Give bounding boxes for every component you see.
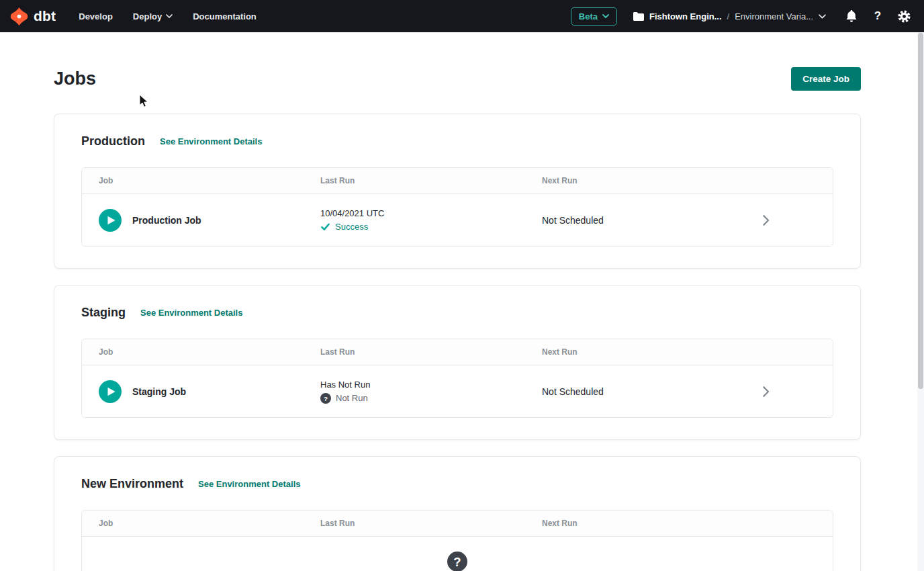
- question-icon: ?: [447, 552, 467, 571]
- nav-item-develop[interactable]: Develop: [79, 11, 113, 21]
- column-header-job: Job: [99, 519, 320, 528]
- card-header: Production See Environment Details: [81, 134, 833, 148]
- question-icon: ?: [320, 393, 331, 404]
- row-chevron[interactable]: [698, 386, 833, 398]
- card-header: New Environment See Environment Details: [81, 477, 833, 491]
- row-chevron[interactable]: [698, 214, 833, 226]
- top-nav: dbt Develop Deploy Documentation Beta Fi…: [0, 0, 924, 32]
- empty-state: ?: [82, 537, 833, 571]
- environment-card-production: Production See Environment Details Job L…: [54, 114, 861, 269]
- column-header-job: Job: [99, 347, 320, 357]
- chevron-down-icon: [602, 14, 609, 18]
- help-icon[interactable]: ?: [870, 8, 886, 24]
- column-header-last-run: Last Run: [320, 519, 542, 528]
- jobs-table-header: Job Last Run Next Run: [82, 168, 833, 194]
- dbt-logo-icon: [9, 7, 29, 26]
- job-row-staging-job[interactable]: Staging Job Has Not Run ? Not Run: [82, 365, 833, 417]
- jobs-table: Job Last Run Next Run ?: [81, 510, 833, 571]
- see-environment-details-link[interactable]: See Environment Details: [160, 136, 262, 146]
- help-glyph: ?: [874, 9, 881, 23]
- column-header-last-run: Last Run: [320, 176, 542, 185]
- next-run-cell: Not Scheduled: [542, 215, 698, 226]
- column-header-next-run: Next Run: [542, 347, 698, 357]
- column-header-last-run: Last Run: [320, 347, 542, 357]
- environment-name: Production: [81, 134, 145, 148]
- bell-icon[interactable]: [843, 8, 860, 24]
- environment-name: New Environment: [81, 477, 183, 491]
- check-icon: [320, 222, 330, 232]
- nav-item-label: Documentation: [193, 11, 257, 21]
- nav-item-label: Deploy: [133, 11, 162, 21]
- nav-item-documentation[interactable]: Documentation: [193, 11, 257, 21]
- gear-icon[interactable]: [896, 8, 912, 24]
- see-environment-details-link[interactable]: See Environment Details: [198, 479, 300, 489]
- page-title: Jobs: [54, 69, 96, 89]
- jobs-table-header: Job Last Run Next Run: [82, 511, 833, 537]
- last-run-cell: Has Not Run ? Not Run: [320, 380, 542, 404]
- job-name: Production Job: [132, 215, 201, 226]
- dbt-logo[interactable]: dbt: [9, 7, 56, 26]
- chevron-down-icon: [819, 14, 826, 19]
- create-job-button[interactable]: Create Job: [791, 67, 861, 91]
- last-run-date: Has Not Run: [320, 380, 542, 390]
- play-icon: [99, 209, 122, 232]
- environment-card-new-environment: New Environment See Environment Details …: [54, 456, 861, 571]
- mouse-cursor: [139, 94, 148, 111]
- nav-icons: ?: [843, 8, 912, 24]
- svg-text:?: ?: [453, 555, 461, 569]
- play-icon: [99, 380, 122, 403]
- nav-menu: Develop Deploy Documentation: [79, 11, 257, 21]
- last-run-date: 10/04/2021 UTC: [320, 208, 542, 218]
- brand-text: dbt: [34, 8, 56, 24]
- job-row-production-job[interactable]: Production Job 10/04/2021 UTC Success No…: [82, 194, 833, 246]
- last-run-cell: 10/04/2021 UTC Success: [320, 208, 542, 232]
- environment-cards: Production See Environment Details Job L…: [54, 114, 861, 571]
- column-header-job: Job: [99, 176, 320, 185]
- nav-right: Beta Fishtown Engin... / Environment Var…: [571, 7, 912, 26]
- jobs-table: Job Last Run Next Run Producti: [81, 167, 833, 247]
- breadcrumb-separator: /: [727, 11, 730, 21]
- column-header-next-run: Next Run: [542, 519, 698, 528]
- status-text: Not Run: [336, 393, 368, 403]
- run-job-button[interactable]: [99, 209, 122, 232]
- jobs-table-header: Job Last Run Next Run: [82, 339, 833, 365]
- job-name: Staging Job: [132, 386, 186, 397]
- nav-item-label: Develop: [79, 11, 113, 21]
- next-run-cell: Not Scheduled: [542, 386, 698, 397]
- column-header-next-run: Next Run: [542, 176, 698, 185]
- jobs-table: Job Last Run Next Run Staging: [81, 339, 833, 418]
- breadcrumb: Fishtown Engin... / Environment Varia...: [633, 11, 826, 21]
- status-text: Success: [335, 222, 368, 232]
- status-line: Success: [320, 222, 542, 232]
- breadcrumb-project[interactable]: Fishtown Engin...: [649, 11, 722, 21]
- scrollbar-track[interactable]: [917, 32, 924, 571]
- nav-item-deploy[interactable]: Deploy: [133, 11, 173, 21]
- see-environment-details-link[interactable]: See Environment Details: [140, 308, 242, 318]
- folder-icon: [633, 12, 644, 21]
- environment-card-staging: Staging See Environment Details Job Last…: [54, 285, 861, 440]
- chevron-right-icon: [762, 386, 770, 398]
- scrollbar-thumb[interactable]: [918, 33, 923, 389]
- chevron-down-icon: [166, 14, 173, 18]
- chevron-right-icon: [762, 214, 770, 226]
- breadcrumb-current-label: Environment Varia...: [735, 11, 813, 21]
- svg-text:?: ?: [324, 394, 328, 402]
- status-line: ? Not Run: [320, 393, 542, 404]
- breadcrumb-current[interactable]: Environment Varia...: [735, 11, 826, 21]
- card-header: Staging See Environment Details: [81, 306, 833, 320]
- beta-dropdown[interactable]: Beta: [571, 7, 617, 26]
- page-header: Jobs Create Job: [54, 67, 861, 91]
- job-cell: Production Job: [99, 209, 320, 232]
- job-cell: Staging Job: [99, 380, 320, 403]
- beta-label: Beta: [579, 11, 598, 21]
- run-job-button[interactable]: [99, 380, 122, 403]
- environment-name: Staging: [81, 306, 126, 320]
